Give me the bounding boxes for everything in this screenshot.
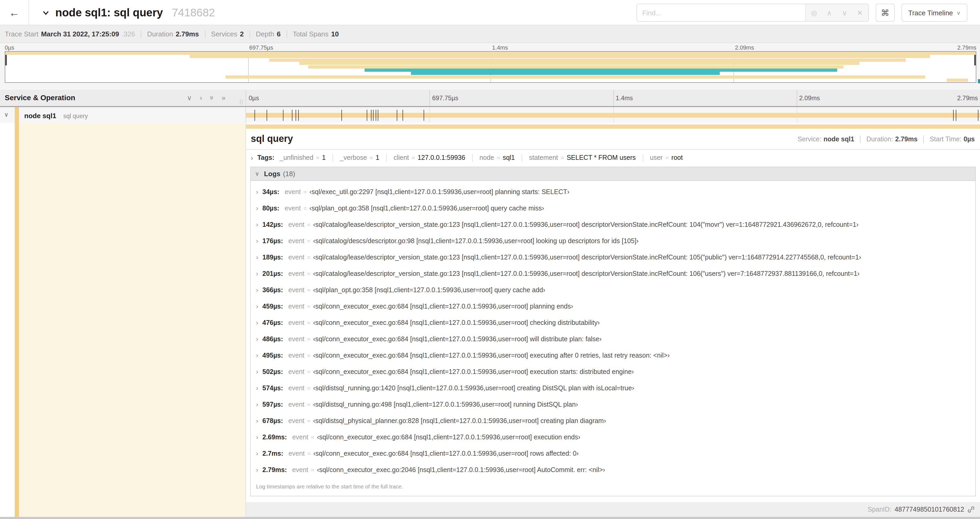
span-children-toggle-icon[interactable]: ∨: [4, 111, 8, 118]
log-event-tick: [342, 110, 342, 121]
log-entry[interactable]: ›459µs:event=‹sql/conn_executor_exec.go:…: [254, 298, 972, 315]
trace-title-group: node sql1: sql query 7418682: [41, 0, 215, 25]
tag-item[interactable]: _verbose=1: [332, 154, 386, 161]
trace-minimap: 0µs 697.75µs 1.4ms 2.09ms 2.79ms: [0, 44, 980, 89]
view-selector-button[interactable]: Trace Timeline ∨: [902, 4, 967, 22]
expand-all-icon[interactable]: »: [222, 94, 226, 102]
collapse-one-icon[interactable]: ∨: [187, 94, 192, 102]
log-entry[interactable]: ›574µs:event=‹sql/distsql_running.go:142…: [254, 380, 972, 396]
log-entry[interactable]: ›189µs:event=‹sql/catalog/lease/descript…: [254, 249, 972, 265]
tag-item[interactable]: node=sql1: [472, 154, 522, 161]
collapse-controls: ∨ › » »: [187, 94, 226, 102]
expand-one-icon[interactable]: ›: [200, 94, 202, 102]
log-event-tick: [292, 110, 293, 121]
stat-label: Depth: [256, 30, 274, 38]
log-entry[interactable]: ›142µs:event=‹sql/catalog/lease/descript…: [254, 216, 972, 233]
tag-item[interactable]: _unfinished=1: [280, 154, 333, 161]
log-field-value: ‹sql/catalog/lease/descriptor_version_st…: [313, 254, 861, 261]
chevron-right-icon: ›: [256, 188, 258, 195]
prev-match-icon[interactable]: ∧: [822, 9, 836, 17]
gridline: [430, 89, 430, 106]
logs-header[interactable]: ∨ Logs (18): [251, 167, 975, 181]
log-event-tick: [299, 110, 299, 121]
tag-item[interactable]: statement=SELECT * FROM users: [522, 154, 643, 161]
log-entry[interactable]: ›201µs:event=‹sql/catalog/lease/descript…: [254, 265, 972, 282]
keyboard-shortcuts-button[interactable]: ⌘: [876, 4, 895, 22]
tag-value: 1: [375, 154, 379, 161]
chevron-right-icon: ›: [256, 368, 258, 375]
log-entry[interactable]: ›495µs:event=‹sql/conn_executor_exec.go:…: [254, 347, 972, 363]
chevron-right-icon: ›: [256, 351, 258, 359]
equals-sign: =: [304, 188, 307, 195]
deep-link-icon[interactable]: [967, 506, 975, 513]
log-field-value: ‹sql/plan_opt.go:358 [nsql1,client=127.0…: [310, 204, 544, 212]
log-entry[interactable]: ›502µs:event=‹sql/conn_executor_exec.go:…: [254, 363, 972, 380]
axis-tick: 2.79ms: [957, 44, 976, 51]
bottom-scroll-strip[interactable]: [0, 517, 980, 519]
log-timestamp: 459µs:: [262, 302, 283, 310]
log-entry[interactable]: ›176µs:event=‹sql/catalog/descs/descript…: [254, 233, 972, 249]
service-operation-title: Service & Operation: [5, 93, 75, 102]
trace-id: 7418682: [172, 6, 215, 19]
log-field-value: ‹sql/distsql_physical_planner.go:828 [ns…: [313, 417, 606, 424]
tags-row[interactable]: › Tags: _unfinished=1_verbose=1client=12…: [246, 150, 980, 166]
span-id-value: 4877749850101760812: [895, 506, 964, 513]
log-entry[interactable]: ›476µs:event=‹sql/conn_executor_exec.go:…: [254, 315, 972, 331]
span-detail-panel: sql query Service: node sql1 Duration: 2…: [246, 123, 980, 517]
span-service-name: node sql1: [24, 112, 56, 120]
equals-sign: =: [665, 155, 669, 161]
tag-item[interactable]: user=root: [643, 154, 690, 161]
log-entry[interactable]: ›678µs:event=‹sql/distsql_physical_plann…: [254, 412, 972, 429]
log-timestamp: 502µs:: [262, 368, 283, 375]
chevron-right-icon: ›: [256, 433, 258, 441]
trace-collapse-chevron-icon[interactable]: [41, 8, 51, 18]
top-navbar: ← node sql1: sql query 7418682 ◎ ∧ ∨ ✕ ⌘: [0, 0, 980, 25]
find-input[interactable]: [637, 4, 805, 21]
logs-block: ∨ Logs (18) ›34µs:event=‹sql/exec_util.g…: [250, 167, 976, 496]
log-entry[interactable]: ›366µs:event=‹sql/plan_opt.go:358 [nsql1…: [254, 282, 972, 298]
span-duration-bar[interactable]: [246, 113, 980, 118]
log-event-tick: [402, 110, 403, 121]
equals-sign: =: [304, 205, 307, 211]
log-entry[interactable]: ›80µs:event=‹sql/plan_opt.go:358 [nsql1,…: [254, 200, 972, 216]
gridline: [613, 89, 614, 106]
log-entry[interactable]: ›2.69ms:event=‹sql/conn_executor_exec.go…: [254, 429, 972, 445]
log-entry[interactable]: ›486µs:event=‹sql/conn_executor_exec.go:…: [254, 331, 972, 347]
span-row-node-sql1[interactable]: ∨ node sql1 sql query: [0, 107, 980, 123]
equals-sign: =: [561, 155, 564, 161]
log-field-value: ‹sql/catalog/descs/descriptor.go:98 [nsq…: [313, 237, 638, 244]
log-entry[interactable]: ›34µs:event=‹sql/exec_util.go:2297 [nsql…: [254, 184, 972, 200]
collapse-all-icon[interactable]: »: [208, 96, 216, 100]
log-field-value: ‹sql/plan_opt.go:358 [nsql1,client=127.0…: [313, 286, 545, 294]
tag-item[interactable]: client=127.0.0.1:59936: [386, 154, 472, 161]
chevron-right-icon: ›: [256, 450, 258, 457]
view-selector-label: Trace Timeline: [908, 9, 953, 17]
log-timestamp: 80µs:: [262, 204, 279, 212]
equals-sign: =: [307, 238, 310, 244]
equals-sign: =: [316, 155, 319, 161]
stat-value: 2: [240, 30, 244, 38]
tag-key: user: [650, 154, 663, 161]
stat-services: Services 2: [211, 30, 244, 38]
stat-label: Trace Start: [5, 30, 38, 38]
log-field-value: ‹sql/conn_executor_exec.go:2046 [nsql1,c…: [317, 466, 605, 473]
log-entry[interactable]: ›2.79ms:event=‹sql/conn_executor_exec.go…: [254, 462, 972, 478]
log-field-key: event: [285, 204, 301, 212]
log-entry[interactable]: ›2.7ms:event=‹sql/conn_executor_exec.go:…: [254, 445, 972, 462]
minimap-canvas[interactable]: [5, 51, 976, 83]
log-field-value: ‹sql/conn_executor_exec.go:684 [nsql1,cl…: [313, 319, 600, 326]
tag-value: 1: [322, 154, 326, 161]
span-bar-area[interactable]: [246, 107, 980, 123]
next-match-icon[interactable]: ∨: [838, 9, 851, 17]
log-field-key: event: [288, 254, 304, 261]
column-resizer-grip[interactable]: ||: [240, 99, 243, 104]
clear-find-icon[interactable]: ✕: [853, 9, 867, 17]
divider: [923, 135, 924, 143]
log-entry[interactable]: ›597µs:event=‹sql/distsql_running.go:498…: [254, 396, 972, 412]
focus-match-icon[interactable]: ◎: [807, 9, 821, 17]
indent-guide: [0, 123, 15, 517]
find-buttons: ◎ ∧ ∨ ✕: [805, 4, 868, 21]
log-field-key: event: [288, 450, 304, 457]
divider: [250, 30, 250, 38]
back-button[interactable]: ←: [0, 0, 29, 25]
